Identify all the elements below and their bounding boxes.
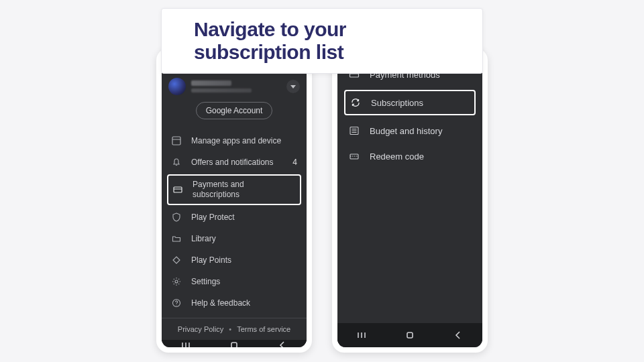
gear-icon — [171, 276, 182, 287]
instruction-text: Navigate to your subscription list — [194, 18, 450, 64]
apps-icon — [171, 135, 182, 146]
menu-item-help[interactable]: Help & feedback — [162, 292, 307, 314]
terms-link[interactable]: Terms of service — [237, 325, 290, 333]
profile-name-redacted — [191, 80, 231, 86]
back-button[interactable] — [277, 340, 288, 347]
submenu-label: Redeem code — [370, 152, 424, 162]
redeem-icon — [348, 150, 360, 162]
phones-row: Google Google Account — [0, 48, 644, 353]
menu-label: Manage apps and device — [191, 136, 297, 146]
menu-label: Settings — [191, 277, 297, 287]
menu-label: Play Points — [191, 255, 297, 265]
menu-list: Manage apps and device Offers and notifi… — [162, 126, 307, 318]
privacy-link[interactable]: Privacy Policy — [178, 325, 223, 333]
notification-count: 4 — [292, 158, 297, 167]
android-navbar — [162, 340, 307, 347]
menu-label-line1: Payments and — [193, 180, 296, 190]
recents-button[interactable] — [356, 330, 367, 341]
svg-rect-0 — [172, 137, 180, 145]
highlighted-submenu-item-subscriptions[interactable]: Subscriptions — [344, 90, 476, 115]
submenu-label: Budget and history — [370, 126, 442, 136]
svg-rect-22 — [407, 333, 413, 338]
menu-label: Library — [191, 234, 297, 244]
home-button[interactable] — [229, 340, 239, 347]
screen-right: Payment methods Subscriptions Budget and… — [337, 54, 482, 347]
svg-point-6 — [176, 304, 176, 305]
svg-rect-2 — [174, 187, 182, 192]
submenu-item-budget[interactable]: Budget and history — [337, 118, 482, 143]
card-icon — [172, 184, 183, 195]
instruction-banner: Navigate to your subscription list — [161, 8, 483, 74]
separator-dot: • — [229, 325, 231, 333]
chevron-down-icon — [290, 85, 296, 88]
home-button[interactable] — [405, 330, 415, 341]
help-icon — [171, 298, 182, 308]
avatar — [168, 78, 186, 95]
menu-item-play-points[interactable]: Play Points — [162, 249, 307, 271]
menu-label: Offers and notifications — [191, 158, 283, 168]
back-button[interactable] — [453, 330, 464, 341]
menu-label-line2: subscriptions — [193, 190, 296, 200]
bell-icon — [171, 157, 182, 168]
svg-rect-10 — [231, 343, 237, 347]
menu-item-settings[interactable]: Settings — [162, 271, 307, 292]
submenu-label: Subscriptions — [371, 98, 423, 108]
profile-info — [191, 80, 281, 93]
google-account-button[interactable]: Google Account — [196, 102, 273, 119]
folder-icon — [171, 233, 182, 244]
android-navbar — [337, 323, 482, 347]
profile-email-redacted — [191, 88, 252, 93]
refresh-icon — [350, 97, 362, 109]
phone-frame-right: Payment methods Subscriptions Budget and… — [332, 48, 488, 353]
diamond-icon — [171, 255, 182, 265]
menu-label: Payments and subscriptions — [193, 180, 296, 200]
phone-frame-left: Google Google Account — [156, 48, 312, 353]
screen-spacer — [337, 177, 482, 323]
menu-item-library[interactable]: Library — [162, 228, 307, 249]
menu-item-manage-apps[interactable]: Manage apps and device — [162, 130, 307, 152]
svg-point-4 — [175, 280, 178, 283]
profile-row[interactable] — [162, 75, 307, 102]
footer-links: Privacy Policy • Terms of service — [162, 318, 307, 340]
shield-icon — [171, 212, 182, 223]
account-switcher[interactable] — [286, 80, 300, 93]
screen-left: Google Google Account — [162, 54, 307, 347]
list-icon — [348, 125, 360, 137]
menu-label: Help & feedback — [191, 298, 297, 308]
menu-item-offers[interactable]: Offers and notifications 4 — [162, 152, 307, 173]
menu-item-play-protect[interactable]: Play Protect — [162, 206, 307, 228]
highlighted-menu-item-payments[interactable]: Payments and subscriptions — [167, 174, 301, 205]
menu-label: Play Protect — [191, 213, 297, 223]
submenu-item-redeem[interactable]: Redeem code — [337, 143, 482, 169]
recents-button[interactable] — [180, 340, 191, 347]
